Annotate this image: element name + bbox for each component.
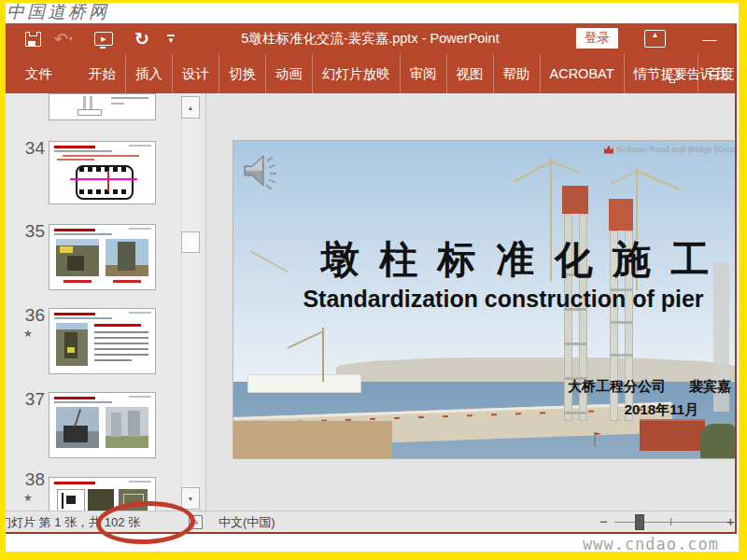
- save-icon: [25, 32, 41, 47]
- thumbnail-number-37: 37: [11, 389, 45, 410]
- zoom-in-button[interactable]: +: [726, 513, 735, 529]
- company-logo-icon: [604, 146, 613, 154]
- thumb-art: [83, 96, 86, 109]
- animation-star-icon: ★: [23, 328, 33, 340]
- thumbnail-slide-36[interactable]: [49, 308, 156, 374]
- undo-dropdown-icon: ▾: [69, 35, 73, 43]
- company-logo-text: Sichuan Road and Bridge (Grou: [616, 145, 735, 154]
- zoom-slider-center-tick: [670, 518, 671, 525]
- thumb-art: [90, 96, 92, 109]
- thumb-art: [79, 167, 126, 172]
- tab-幻灯片放映[interactable]: 幻灯片放映: [312, 54, 400, 93]
- tab-动画[interactable]: 动画: [265, 54, 312, 93]
- thumb-art: [111, 97, 148, 99]
- slide-title-chinese[interactable]: 墩 柱 标 准 化 施 工: [299, 234, 735, 286]
- thumb-art: [94, 324, 141, 327]
- thumbnail-slide-37[interactable]: [49, 392, 156, 458]
- minimize-button[interactable]: —: [696, 23, 724, 54]
- tab-切换[interactable]: 切换: [218, 54, 265, 93]
- tab-插入[interactable]: 插入: [125, 54, 172, 93]
- thumb-art: [111, 103, 124, 105]
- thumb-art: [107, 171, 109, 191]
- audio-speaker-icon[interactable]: [241, 149, 282, 192]
- thumbnail-scrollbar-track[interactable]: [181, 93, 199, 511]
- thumb-art: [94, 354, 148, 356]
- thumb-logo-bar: [129, 145, 151, 147]
- slide-thumbnail-panel: 34 35: [6, 93, 206, 511]
- thumb-art: [94, 348, 148, 350]
- start-slideshow-button[interactable]: ▶: [90, 23, 118, 54]
- thumb-photo: [57, 489, 85, 511]
- tell-me-label: 告诉我: [687, 65, 728, 83]
- slide-canvas[interactable]: Sichuan Road and Bridge (Grou 墩 柱 标 准 化 …: [233, 140, 735, 459]
- undo-button[interactable]: ↶▾: [49, 23, 78, 54]
- tab-审阅[interactable]: 审阅: [400, 54, 446, 93]
- scene-red-truss: [640, 419, 705, 451]
- language-status[interactable]: 中文(中国): [218, 514, 275, 531]
- thumbnail-number-34: 34: [11, 138, 45, 159]
- thumb-art: [94, 331, 148, 333]
- thumb-art: [57, 159, 94, 161]
- thumb-photo: [106, 407, 148, 448]
- save-button[interactable]: [19, 23, 47, 54]
- redo-button[interactable]: ↻: [128, 23, 156, 54]
- thumb-logo-bar: [129, 481, 151, 483]
- scene-greenery: [700, 424, 735, 458]
- tab-开始[interactable]: 开始: [79, 54, 125, 93]
- tab-文件[interactable]: 文件: [11, 54, 66, 93]
- login-button[interactable]: 登录: [576, 28, 618, 49]
- titlebar: ↶▾ ▶ ↻ ▾ 5墩柱标准化交流-裴宾嘉.pptx - PowerPoint …: [6, 23, 735, 54]
- tab-ACROBAT[interactable]: ACROBAT: [540, 54, 624, 93]
- slideshow-icon: ▶: [94, 32, 113, 46]
- thumb-photo: [106, 239, 148, 276]
- thumbnail-slide-34[interactable]: [49, 141, 156, 204]
- thumb-subtitle-bar: [54, 401, 112, 403]
- zoom-out-button[interactable]: −: [599, 513, 608, 529]
- site-watermark-top: 中国道桥网: [7, 0, 109, 24]
- thumbnail-scrollbar-thumb[interactable]: [181, 231, 200, 253]
- thumb-art: [94, 359, 132, 361]
- thumb-art: [113, 280, 141, 283]
- frame-border-left: [0, 0, 6, 560]
- zoom-slider-thumb[interactable]: [635, 514, 644, 530]
- site-watermark-bottom: www.cndao.com: [583, 535, 719, 553]
- zoom-slider-track[interactable]: [614, 522, 728, 523]
- thumb-title-bar: [54, 482, 95, 484]
- scroll-down-button[interactable]: ▼: [181, 487, 200, 510]
- thumb-art: [78, 109, 102, 116]
- thumb-subtitle-bar: [54, 233, 112, 235]
- slide-title-english[interactable]: Standardization construction of pier: [271, 286, 735, 313]
- thumb-photo: [56, 239, 99, 276]
- thumb-art: [94, 337, 148, 339]
- ribbon-tab-row: 文件开始插入设计切换动画幻灯片放映审阅视图帮助ACROBAT情节提要百度网盘 告…: [6, 54, 735, 93]
- frame-border-bottom: [0, 552, 747, 560]
- slide-byline[interactable]: 大桥工程分公司 裴宾嘉: [568, 378, 731, 396]
- workspace: 34 35: [6, 93, 735, 511]
- tab-帮助[interactable]: 帮助: [493, 54, 540, 93]
- company-logo: Sichuan Road and Bridge (Grou: [604, 145, 735, 154]
- thumb-photo: [56, 407, 99, 448]
- chevron-up-icon: ▲: [188, 105, 194, 111]
- thumbnail-slide-35[interactable]: [49, 224, 156, 290]
- thumb-title-bar: [54, 146, 95, 148]
- thumb-logo-bar: [129, 228, 151, 230]
- tell-me-button[interactable]: 告诉我: [667, 54, 728, 93]
- ribbon-display-options-button[interactable]: ▲: [644, 30, 666, 48]
- chevron-down-icon: ▼: [188, 496, 194, 502]
- thumb-photo: [56, 323, 88, 366]
- lightbulb-icon: [667, 68, 679, 80]
- redo-icon: ↻: [134, 28, 149, 49]
- frame-border-right: [739, 0, 747, 560]
- slide-date[interactable]: 2018年11月: [625, 401, 698, 419]
- screenshot-page: 中国道桥网 ↶▾ ▶ ↻ ▾ 5墩柱标准化交流-裴宾嘉.pptx - Power…: [0, 0, 747, 560]
- thumb-title-bar: [54, 229, 95, 231]
- thumbnail-slide-33-partial[interactable]: [49, 93, 156, 120]
- thumb-subtitle-bar: [54, 317, 112, 319]
- window-border: [735, 23, 737, 534]
- window-title: 5墩柱标准化交流-裴宾嘉.pptx - PowerPoint: [155, 23, 585, 54]
- thumbnail-number-38: 38: [11, 469, 45, 490]
- ribbon-tabs: 文件开始插入设计切换动画幻灯片放映审阅视图帮助ACROBAT情节提要百度网盘: [6, 54, 735, 93]
- tab-视图[interactable]: 视图: [446, 54, 493, 93]
- tab-设计[interactable]: 设计: [172, 54, 218, 93]
- scroll-up-button[interactable]: ▲: [181, 96, 200, 119]
